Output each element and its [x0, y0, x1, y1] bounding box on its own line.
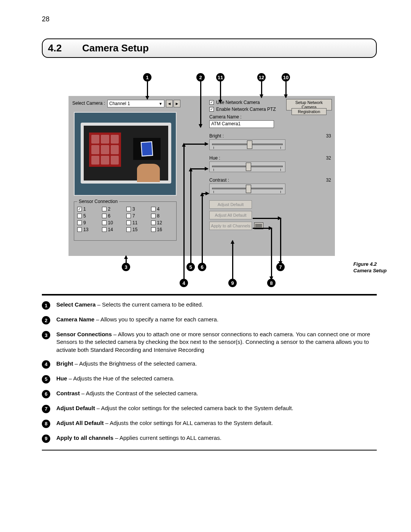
sensor-connection-group: Sensor Connection ✓123456789101112131415… [74, 199, 177, 241]
hue-slider-block: Hue : 32 [209, 155, 331, 172]
sensor-checkbox-7[interactable]: 7 [126, 213, 149, 219]
description-item-7: 7Adjust Default – Adjust the color setti… [42, 404, 377, 413]
description-text: Adjust Default – Adjust the color settin… [56, 404, 293, 412]
figure-caption: Figure 4.2 Camera Setup [354, 261, 387, 274]
right-column: ✓Use Network Camera ✓Enable Network Came… [209, 100, 331, 230]
description-text: Apply to all channels – Applies current … [56, 434, 221, 442]
figure-caption-l1: Figure 4.2 [354, 261, 387, 268]
description-item-3: 3Sensor Connections – Allows you to atta… [42, 331, 377, 354]
page-number: 28 [42, 15, 377, 23]
hue-label: Hue : [209, 155, 220, 161]
section-number: 4.2 [48, 42, 82, 54]
use-network-camera-label: Use Network Camera [216, 100, 260, 105]
adjust-all-default-button[interactable]: Adjust All Default [209, 211, 252, 219]
camera-name-label: Camera Name : [209, 114, 331, 120]
description-item-8: 8Adjust All Default – Adjusts the color … [42, 419, 377, 428]
description-text: Sensor Connections – Allows you to attac… [56, 331, 377, 354]
callout-4: 4 [180, 279, 188, 287]
callout-7: 7 [276, 263, 285, 271]
sensor-checkbox-9[interactable]: 9 [77, 220, 100, 225]
sensor-checkbox-11[interactable]: 11 [126, 220, 149, 225]
description-item-5: 5Hue – Adjusts the Hue of the selected c… [42, 375, 377, 383]
callout-8-line [253, 228, 272, 229]
camera-preview [74, 112, 177, 196]
description-marker: 5 [42, 375, 50, 383]
sensor-checkbox-4[interactable]: 4 [151, 206, 174, 212]
sensor-checkbox-5[interactable]: 5 [77, 213, 100, 219]
callout-9: 9 [228, 279, 237, 287]
description-item-4: 4Bright – Adjusts the Brightness of the … [42, 360, 377, 369]
callout-11-arrow [220, 81, 221, 103]
description-text: Adjust All Default – Adjusts the color s… [56, 419, 273, 427]
description-text: Contrast – Adjusts the Contrast of the s… [56, 390, 198, 397]
section-header: 4.2 Camera Setup [42, 38, 377, 58]
sensor-legend: Sensor Connection [77, 199, 119, 204]
description-text: Bright – Adjusts the Brightness of the s… [56, 360, 197, 367]
sensor-checkbox-14[interactable]: 14 [102, 227, 124, 232]
sensor-checkbox-12[interactable]: 12 [151, 220, 174, 225]
next-channel-button[interactable]: ► [174, 100, 180, 107]
select-camera-label: Select Camera : [72, 101, 105, 106]
callout-2: 2 [196, 73, 205, 81]
description-marker: 8 [42, 420, 50, 428]
description-item-9: 9Apply to all channels – Applies current… [42, 434, 377, 443]
callout-7-stem [280, 218, 281, 264]
contrast-slider[interactable] [209, 184, 285, 194]
callout-4-stem: .arrow.v.up#noop{} [183, 144, 185, 279]
sensor-checkbox-3[interactable]: 3 [126, 206, 149, 212]
sensor-checkbox-2[interactable]: 2 [102, 206, 124, 212]
callout-8: 8 [267, 279, 276, 287]
enable-ptz-label: Enable Network Camera PTZ [216, 107, 276, 112]
description-item-1: 1Select Camera – Selects the current cam… [42, 301, 377, 310]
callout-12: 12 [257, 73, 266, 81]
callout-5-stem [190, 168, 191, 264]
contrast-slider-block: Contrast : 32 [209, 177, 331, 194]
description-item-6: 6Contrast – Adjusts the Contrast of the … [42, 390, 377, 398]
sensor-checkbox-13[interactable]: 13 [77, 227, 100, 232]
description-text: Camera Name – Allows you to specify a na… [56, 316, 218, 323]
callout-10: 10 [282, 73, 290, 81]
sensor-checkbox-8[interactable]: 8 [151, 213, 174, 219]
registration-button[interactable]: Registration [292, 108, 327, 115]
callout-8-stem [271, 228, 272, 280]
sensor-checkbox-1[interactable]: ✓1 [77, 206, 100, 212]
callout-5-line [190, 168, 208, 169]
description-marker: 6 [42, 390, 50, 398]
hue-value: 32 [326, 155, 331, 161]
description-marker: 2 [42, 316, 50, 324]
description-item-2: 2Camera Name – Allows you to specify a n… [42, 316, 377, 324]
callout-7-line [253, 218, 281, 219]
bright-slider[interactable] [209, 139, 285, 150]
contrast-label: Contrast : [209, 177, 229, 183]
callout-5: 5 [186, 263, 195, 271]
callout-4-line [183, 144, 208, 145]
bright-label: Bright : [209, 133, 224, 139]
apply-all-channels-button[interactable]: Apply to all Channels [209, 222, 252, 230]
bright-value: 33 [326, 133, 331, 139]
prev-channel-button[interactable]: ◄ [166, 100, 173, 107]
section-title: Camera Setup [82, 42, 149, 54]
select-camera-combo[interactable]: Channel 1 ▼ [107, 100, 164, 107]
sensor-checkbox-15[interactable]: 15 [126, 227, 149, 232]
description-marker: 7 [42, 405, 50, 413]
description-marker: 4 [42, 360, 50, 369]
callout-11: 11 [216, 73, 225, 81]
adjust-default-button[interactable]: Adjust Default [209, 200, 252, 209]
camera-name-input[interactable]: ATM Camera1 [209, 120, 274, 128]
description-marker: 1 [42, 301, 50, 310]
description-text: Select Camera – Selects the current came… [56, 301, 203, 308]
description-list: 1Select Camera – Selects the current cam… [42, 301, 377, 443]
atm-illustration [81, 123, 171, 184]
select-camera-value: Channel 1 [109, 101, 130, 106]
contrast-value: 32 [326, 177, 331, 183]
figure-caption-l2: Camera Setup [354, 268, 387, 274]
callout-1: 1 [143, 73, 151, 81]
sensor-checkbox-16[interactable]: 16 [151, 227, 174, 232]
sensor-checkbox-6[interactable]: 6 [102, 213, 124, 219]
figure-area: 1 2 11 12 10 Select Camera : Channel 1 ▼… [68, 73, 377, 290]
callout-3-arrow [126, 256, 127, 263]
callout-6: 6 [198, 263, 206, 271]
description-marker: 3 [42, 331, 50, 339]
hue-slider[interactable] [209, 161, 285, 172]
sensor-checkbox-10[interactable]: 10 [102, 220, 124, 225]
